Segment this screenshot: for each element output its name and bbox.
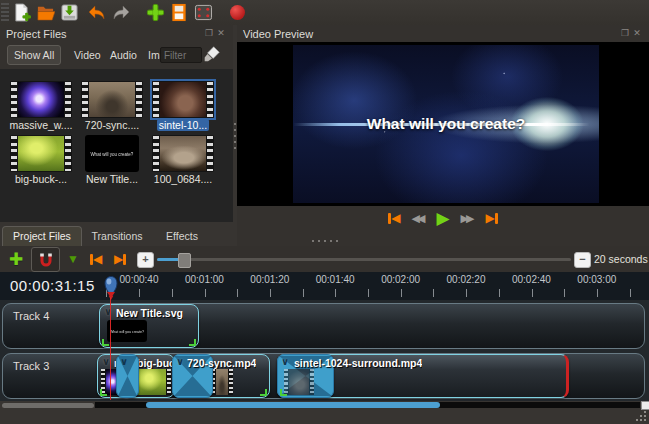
project-files-header: Project Files ❐ ✕ xyxy=(0,25,233,42)
zoom-slider-handle[interactable] xyxy=(178,253,191,268)
rewind-icon: ◀◀ xyxy=(412,212,426,224)
tab-effects[interactable]: Effects xyxy=(152,227,212,246)
undo-button[interactable] xyxy=(85,2,109,24)
add-marker-button[interactable]: ▼ xyxy=(62,248,84,270)
video-frame[interactable]: What will you create? xyxy=(293,45,599,203)
clip-new-title[interactable]: ∨ New Title.svg What will you create? xyxy=(99,304,199,348)
choose-profile-icon xyxy=(171,3,187,22)
save-project-button[interactable] xyxy=(57,2,81,24)
video-preview-header: Video Preview ❐ ✕ xyxy=(237,25,649,42)
ruler-tick xyxy=(401,289,402,297)
ruler-tick xyxy=(368,289,369,297)
play-button[interactable]: ▶ xyxy=(436,210,449,227)
redo-button[interactable] xyxy=(109,2,133,24)
project-file-label[interactable]: New Title... xyxy=(74,173,150,185)
project-files-list: massive_w.... 720-sync.... sintel-10... … xyxy=(0,69,233,227)
transport-controls: ◀ ◀◀ ▶ ▶▶ ▶ xyxy=(237,208,649,228)
open-project-button[interactable] xyxy=(33,2,57,24)
zoom-slider[interactable] xyxy=(157,246,571,272)
jump-to-start-button[interactable]: ◀ xyxy=(388,212,400,224)
project-file-label-selected[interactable]: sintel-10... xyxy=(145,119,221,131)
timeline-tracks-area[interactable]: Track 4 ∨ New Title.svg What will you cr… xyxy=(0,300,649,401)
record-icon xyxy=(230,5,245,20)
ruler-time-label: 00:01:20 xyxy=(250,274,289,285)
clip-720-sync[interactable]: ∨ 720-sync.mp4 xyxy=(172,354,270,398)
transition-chevron-icon[interactable]: ∨ xyxy=(281,356,289,367)
clip-resize-handle[interactable] xyxy=(280,389,287,396)
add-track-button[interactable]: ✚ xyxy=(4,248,28,270)
record-button[interactable] xyxy=(225,2,249,24)
import-files-button[interactable] xyxy=(143,2,167,24)
scrollbar-end-box[interactable] xyxy=(641,401,649,410)
dock-tabs: Project Files Transitions Effects xyxy=(0,222,233,246)
zoom-slider-track[interactable] xyxy=(157,258,571,261)
project-file-thumb[interactable] xyxy=(10,81,72,118)
ruler-time-label: 00:03:00 xyxy=(577,274,616,285)
export-video-button[interactable] xyxy=(191,2,215,24)
filter-tab-video[interactable]: Video xyxy=(68,46,107,64)
timeline-ruler[interactable]: 00:00:31:15 00:00:4000:01:0000:01:2000:0… xyxy=(0,272,649,300)
add-track-icon: ✚ xyxy=(9,249,23,270)
toolbar-grip[interactable] xyxy=(1,3,9,23)
undo-icon xyxy=(87,4,107,22)
project-file-thumb[interactable] xyxy=(152,135,214,172)
window-resize-grip[interactable] xyxy=(636,411,646,421)
previous-marker-button[interactable]: ◀ xyxy=(84,248,108,270)
play-icon: ▶ xyxy=(436,210,449,227)
jump-to-end-button[interactable]: ▶ xyxy=(485,212,497,224)
float-icon[interactable]: ❐ xyxy=(619,28,631,39)
rewind-button[interactable]: ◀◀ xyxy=(412,212,426,224)
filter-tab-audio[interactable]: Audio xyxy=(104,46,143,64)
video-overlay-text: What will you create? xyxy=(293,115,599,133)
next-marker-button[interactable]: ▶ xyxy=(108,248,132,270)
project-file-thumb-selected[interactable] xyxy=(152,81,214,118)
project-file-thumb[interactable] xyxy=(10,135,72,172)
close-icon[interactable]: ✕ xyxy=(215,28,227,39)
timeline-horizontal-scrollbar[interactable] xyxy=(0,401,649,409)
clip-resize-handle[interactable] xyxy=(189,339,196,346)
transition[interactable]: ∨ xyxy=(116,354,139,398)
new-project-button[interactable] xyxy=(9,2,33,24)
clip-thumbnail: What will you create? xyxy=(107,320,147,342)
new-project-icon xyxy=(12,3,31,22)
previous-marker-icon: ◀ xyxy=(90,253,102,265)
project-file-label[interactable]: big-buck-... xyxy=(3,173,79,185)
transition-chevron-icon[interactable]: ∨ xyxy=(120,356,128,367)
clip-thumbnail xyxy=(284,369,314,395)
close-icon[interactable]: ✕ xyxy=(631,28,643,39)
ruler-tick xyxy=(270,289,271,297)
choose-profile-button[interactable] xyxy=(167,2,191,24)
current-time-display: 00:00:31:15 xyxy=(10,277,95,294)
project-file-label[interactable]: 100_0684.... xyxy=(145,173,221,185)
snapping-magnet-icon xyxy=(38,252,54,268)
ruler-tick xyxy=(564,289,565,297)
timeline-toolbar: ✚ ▼ ◀ ▶ + − 20 seconds xyxy=(0,246,649,272)
tab-transitions[interactable]: Transitions xyxy=(78,227,156,246)
scrollbar-thumb[interactable] xyxy=(146,402,440,408)
zoom-in-button[interactable]: + xyxy=(137,252,154,268)
snapping-button[interactable] xyxy=(31,247,60,272)
transition-chevron-icon[interactable]: ∨ xyxy=(176,356,184,367)
filter-tab-show-all[interactable]: Show All xyxy=(7,45,61,65)
ruler-tick xyxy=(532,289,533,297)
zoom-out-button[interactable]: − xyxy=(574,252,591,268)
ruler-tick xyxy=(630,289,631,297)
redo-icon xyxy=(111,4,131,22)
fast-forward-button[interactable]: ▶▶ xyxy=(461,212,475,224)
filter-input[interactable] xyxy=(160,47,202,63)
float-icon[interactable]: ❐ xyxy=(203,28,215,39)
clip-resize-handle[interactable] xyxy=(260,389,267,396)
clip-resize-handle[interactable] xyxy=(100,389,107,396)
ruler-time-label: 00:02:00 xyxy=(381,274,420,285)
clip-menu-chevron-icon[interactable]: ∨ xyxy=(102,356,110,367)
tab-project-files[interactable]: Project Files xyxy=(2,226,82,246)
ruler-tick xyxy=(597,289,598,297)
project-files-panel: Project Files ❐ ✕ Show All Video Audio I… xyxy=(0,25,233,246)
project-file-label[interactable]: massive_w.... xyxy=(3,119,79,131)
clear-filter-button[interactable] xyxy=(203,45,223,65)
clip-resize-handle[interactable] xyxy=(102,339,109,346)
clip-sintel[interactable]: ∨ sintel-1024-surround.mp4 xyxy=(277,354,569,398)
project-file-label[interactable]: 720-sync.... xyxy=(74,119,150,131)
project-file-thumb-title[interactable]: What will you create? xyxy=(85,135,139,172)
project-file-thumb[interactable] xyxy=(81,81,143,118)
